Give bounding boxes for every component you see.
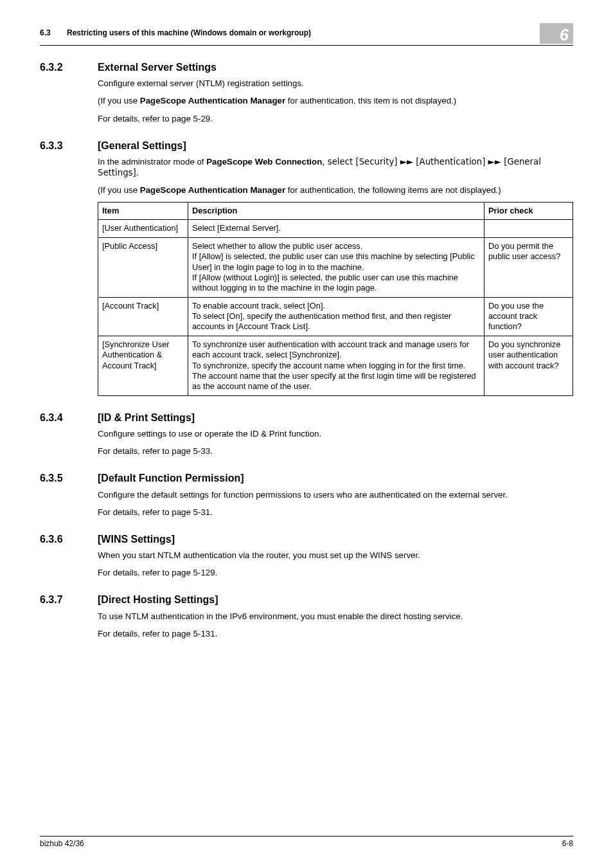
table-cell-item: [Synchronize User Authentication & Accou… (98, 336, 188, 395)
body-text: To use NTLM authentication in the IPv6 e… (98, 611, 573, 622)
body-text: (If you use PageScope Authentication Man… (98, 95, 573, 106)
table-row: [Synchronize User Authentication & Accou… (98, 336, 573, 395)
body-text: For details, refer to page 5-131. (98, 628, 573, 639)
section-num: 6.3.2 (40, 61, 98, 74)
table-cell-item: [Account Track] (98, 297, 188, 336)
section-title: [ID & Print Settings] (98, 411, 195, 424)
table-cell-prior: Do you use the account track function? (484, 297, 573, 336)
body-text: For details, refer to page 5-129. (98, 567, 573, 578)
running-header: 6.3 Restricting users of this machine (W… (40, 23, 573, 46)
table-header: Description (188, 203, 484, 220)
table-row: [Account Track]To enable account track, … (98, 297, 573, 336)
section-title: [General Settings] (98, 140, 186, 152)
section-title: [WINS Settings] (98, 533, 175, 546)
section-title: [Default Function Permission] (98, 472, 244, 485)
body-text: For details, refer to page 5-33. (98, 446, 573, 457)
chapter-box: 6 (540, 23, 573, 44)
page-footer: bizhub 42/36 6-8 (40, 836, 573, 849)
table-cell-item: [User Authentication] (98, 220, 188, 237)
body-text: For details, refer to page 5-29. (98, 113, 573, 124)
section-num: 6.3.6 (40, 533, 98, 546)
table-row: [User Authentication]Select [External Se… (98, 220, 573, 237)
footer-right: 6-8 (562, 839, 573, 849)
table-header: Prior check (484, 203, 573, 220)
section-num: 6.3.4 (40, 411, 98, 424)
section-6-3-7: 6.3.7 [Direct Hosting Settings] To use N… (40, 593, 573, 639)
table-cell-prior: Do you synchronize user authentication w… (484, 336, 573, 395)
settings-table: Item Description Prior check [User Authe… (98, 202, 573, 396)
header-section-no: 6.3 (40, 28, 51, 37)
table-cell-prior (484, 220, 573, 237)
section-num: 6.3.3 (40, 140, 98, 152)
section-6-3-6: 6.3.6 [WINS Settings] When you start NTL… (40, 533, 573, 579)
body-text: When you start NTLM authentication via t… (98, 550, 573, 561)
table-cell-desc: Select whether to allow the public user … (188, 237, 484, 297)
section-6-3-4: 6.3.4 [ID & Print Settings] Configure se… (40, 411, 573, 457)
section-num: 6.3.7 (40, 593, 98, 606)
section-6-3-5: 6.3.5 [Default Function Permission] Conf… (40, 472, 573, 518)
table-row: [Public Access]Select whether to allow t… (98, 237, 573, 297)
header-section-title: Restricting users of this machine (Windo… (67, 28, 311, 37)
section-num: 6.3.5 (40, 472, 98, 485)
section-6-3-2: 6.3.2 External Server Settings Configure… (40, 61, 573, 124)
body-text: Configure external server (NTLM) registr… (98, 78, 573, 89)
header-left: 6.3 Restricting users of this machine (W… (40, 28, 311, 38)
footer-left: bizhub 42/36 (40, 839, 84, 849)
table-cell-desc: To enable account track, select [On]. To… (188, 297, 484, 336)
table-header-row: Item Description Prior check (98, 203, 573, 220)
table-cell-item: [Public Access] (98, 237, 188, 297)
table-header: Item (98, 203, 188, 220)
section-title: [Direct Hosting Settings] (98, 593, 218, 606)
table-cell-prior: Do you permit the public user access? (484, 237, 573, 297)
body-text: For details, refer to page 5-31. (98, 507, 573, 518)
table-cell-desc: To synchronize user authentication with … (188, 336, 484, 395)
section-title: External Server Settings (98, 61, 217, 74)
section-6-3-3: 6.3.3 [General Settings] In the administ… (40, 140, 573, 396)
body-text: Configure the default settings for funct… (98, 489, 573, 500)
table-cell-desc: Select [External Server]. (188, 220, 484, 237)
body-text: In the administrator mode of PageScope W… (98, 156, 573, 178)
body-text: Configure settings to use or operate the… (98, 428, 573, 439)
body-text: (If you use PageScope Authentication Man… (98, 185, 573, 195)
